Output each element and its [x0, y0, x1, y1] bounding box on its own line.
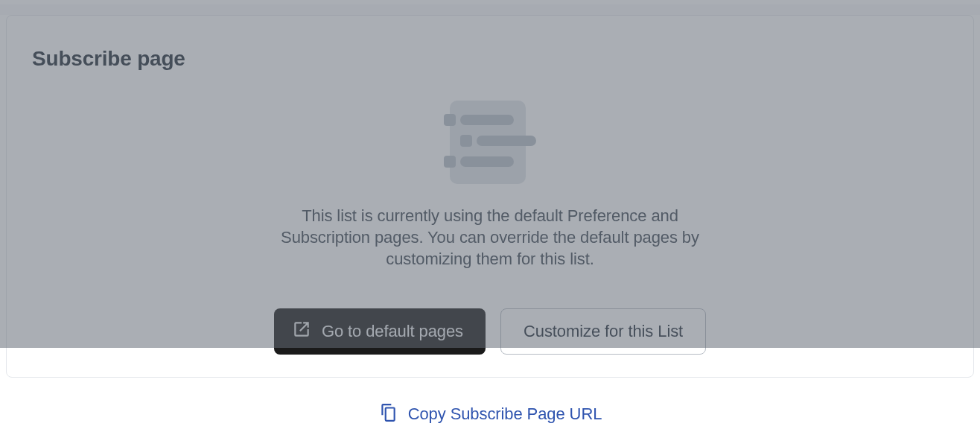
section-title: Subscribe page	[7, 16, 973, 71]
button-label: Go to default pages	[322, 322, 463, 341]
gap	[0, 4, 980, 15]
copy-icon	[378, 403, 398, 425]
customize-for-this-list-button[interactable]: Customize for this List	[500, 308, 706, 355]
section-description: This list is currently using the default…	[259, 205, 721, 270]
subscribe-page-card: Subscribe page This list is currently us…	[6, 15, 974, 378]
empty-state-illustration	[7, 101, 973, 184]
external-link-icon	[292, 320, 311, 343]
copy-link-label: Copy Subscribe Page URL	[408, 404, 602, 424]
copy-subscribe-url-link[interactable]: Copy Subscribe Page URL	[0, 378, 980, 425]
button-row: Go to default pages Customize for this L…	[7, 308, 973, 355]
go-to-default-pages-button[interactable]: Go to default pages	[274, 308, 486, 355]
button-label: Customize for this List	[524, 322, 683, 341]
